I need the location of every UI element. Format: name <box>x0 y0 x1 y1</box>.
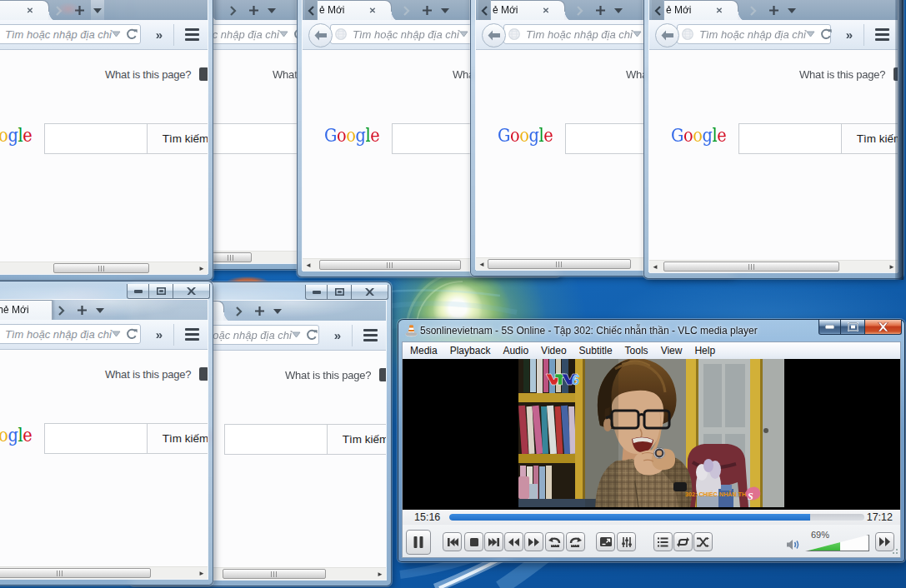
new-tab-button[interactable] <box>249 301 269 321</box>
reload-button[interactable] <box>126 28 138 40</box>
tab-new-tab[interactable]: ẻ Mới ✕ <box>491 0 565 20</box>
close-button[interactable] <box>865 320 902 335</box>
url-bar[interactable]: Tìm hoặc nhập địa chỉ <box>0 324 141 344</box>
tab-list-dropdown-button[interactable] <box>612 0 625 21</box>
new-tab-button[interactable] <box>590 0 610 21</box>
hamburger-menu-button[interactable] <box>179 328 205 341</box>
url-history-dropdown[interactable] <box>112 331 121 337</box>
scrollbar-thumb[interactable] <box>488 259 631 269</box>
reload-button[interactable] <box>306 329 318 341</box>
url-history-dropdown[interactable] <box>806 31 815 37</box>
extended-settings-button[interactable] <box>617 532 636 551</box>
what-is-this-page-link[interactable]: What is this page? <box>799 68 885 81</box>
reload-button[interactable] <box>820 28 832 40</box>
url-history-dropdown[interactable] <box>292 331 301 338</box>
menu-subtitle[interactable]: Subtitle <box>579 345 613 356</box>
url-bar[interactable]: Tìm hoặc nhập địa chỉ <box>0 24 141 44</box>
faster-button[interactable] <box>524 532 543 551</box>
menu-view[interactable]: View <box>661 345 683 356</box>
search-button[interactable]: Tìm kiếm <box>327 424 386 455</box>
new-tab-button[interactable] <box>72 300 92 321</box>
menu-audio[interactable]: Audio <box>503 345 528 356</box>
overflow-chevron-button[interactable]: » <box>150 27 168 42</box>
new-tab-button[interactable] <box>763 0 783 21</box>
slower-button[interactable] <box>504 532 523 551</box>
horizontal-scrollbar[interactable]: ◄ ► <box>0 566 208 579</box>
menu-help[interactable]: Help <box>694 345 715 356</box>
scroll-tabs-right-button[interactable] <box>574 0 586 21</box>
scroll-tabs-right-button[interactable] <box>401 0 413 21</box>
tab-new-tab[interactable]: Thẻ Mới <box>0 300 53 320</box>
search-input[interactable] <box>224 424 328 455</box>
scrollbar-thumb[interactable] <box>663 262 839 272</box>
tab-list-dropdown-button[interactable] <box>438 0 452 21</box>
scroll-tabs-right-button[interactable] <box>748 0 759 21</box>
maximize-button[interactable] <box>841 320 865 335</box>
what-is-this-page-link[interactable]: What is this page? <box>105 68 191 81</box>
close-button[interactable] <box>173 284 210 299</box>
next-button[interactable] <box>484 532 503 551</box>
tab-list-dropdown-button[interactable] <box>785 0 798 21</box>
horizontal-scrollbar[interactable]: ◄ ► <box>0 262 208 274</box>
search-button[interactable]: Tìm kiếm <box>147 423 208 454</box>
scrollbar-left-arrow[interactable]: ◄ <box>649 261 661 272</box>
scroll-tabs-left-button[interactable] <box>305 0 317 21</box>
scrollbar-right-arrow[interactable]: ► <box>196 262 208 274</box>
shuffle-button[interactable] <box>693 532 713 551</box>
tab-new-tab[interactable]: ✕ <box>0 0 49 20</box>
scroll-tabs-right-button[interactable] <box>53 0 65 21</box>
hamburger-menu-button[interactable] <box>358 329 383 341</box>
search-input[interactable] <box>44 423 148 454</box>
new-tab-button[interactable] <box>243 0 263 21</box>
loop-button[interactable] <box>673 532 693 551</box>
scroll-tabs-right-button[interactable] <box>233 301 245 321</box>
overflow-chevron-button[interactable]: » <box>840 27 858 42</box>
horizontal-scrollbar[interactable]: ◄ ► <box>649 260 898 272</box>
url-history-dropdown[interactable] <box>459 31 468 37</box>
fullscreen-button[interactable] <box>596 532 615 551</box>
back-button[interactable] <box>655 23 679 47</box>
scrollbar-right-arrow[interactable]: ► <box>374 568 386 580</box>
scroll-tabs-right-button[interactable] <box>56 300 68 321</box>
maximize-button[interactable] <box>149 284 173 299</box>
scrollbar-left-arrow[interactable]: ◄ <box>476 258 488 270</box>
minimize-button[interactable] <box>127 284 149 299</box>
scroll-tabs-left-button[interactable] <box>652 0 663 21</box>
scrollbar-thumb[interactable] <box>210 252 252 262</box>
tab-close-icon[interactable]: ✕ <box>368 5 378 15</box>
menu-tools[interactable]: Tools <box>625 345 648 356</box>
hamburger-menu-button[interactable] <box>869 28 895 41</box>
menu-playback[interactable]: Playback <box>450 345 491 356</box>
search-input[interactable] <box>44 123 148 154</box>
back-button[interactable] <box>308 23 333 47</box>
tab-list-dropdown-button[interactable] <box>91 0 104 21</box>
new-tab-button[interactable] <box>417 0 437 21</box>
what-is-this-page-link[interactable]: What is this page? <box>285 369 371 381</box>
hamburger-menu-button[interactable] <box>179 28 205 41</box>
resize-grip[interactable] <box>892 548 898 555</box>
what-is-this-page-link[interactable]: What is this page? <box>105 368 191 381</box>
url-bar[interactable]: Tìm hoặc nhập địa chỉ <box>330 24 488 44</box>
menu-media[interactable]: Media <box>410 345 438 356</box>
overflow-chevron-button[interactable]: » <box>150 327 168 341</box>
pause-button[interactable] <box>406 530 431 555</box>
scroll-tabs-right-button[interactable] <box>228 0 239 21</box>
scroll-tabs-left-button[interactable] <box>478 0 490 21</box>
new-tab-button[interactable] <box>69 0 89 21</box>
maximize-button[interactable] <box>328 285 352 300</box>
scrollbar-thumb[interactable] <box>223 569 326 579</box>
close-button[interactable] <box>352 285 388 300</box>
url-history-dropdown[interactable] <box>279 31 288 37</box>
stop-button[interactable] <box>464 532 483 551</box>
seek-bar[interactable] <box>449 514 863 521</box>
tab-list-dropdown-button[interactable] <box>271 301 284 321</box>
tab-list-dropdown-button[interactable] <box>93 300 107 321</box>
search-button[interactable]: Tìm kiếm <box>147 123 208 154</box>
search-input[interactable] <box>738 123 842 154</box>
minimize-button[interactable] <box>305 285 328 300</box>
tab-close-icon[interactable]: ✕ <box>25 5 35 15</box>
tab-close-icon[interactable]: ✕ <box>541 5 551 15</box>
step-backward-button[interactable] <box>545 532 564 551</box>
playlist-button[interactable] <box>653 532 673 551</box>
previous-button[interactable] <box>443 532 462 551</box>
